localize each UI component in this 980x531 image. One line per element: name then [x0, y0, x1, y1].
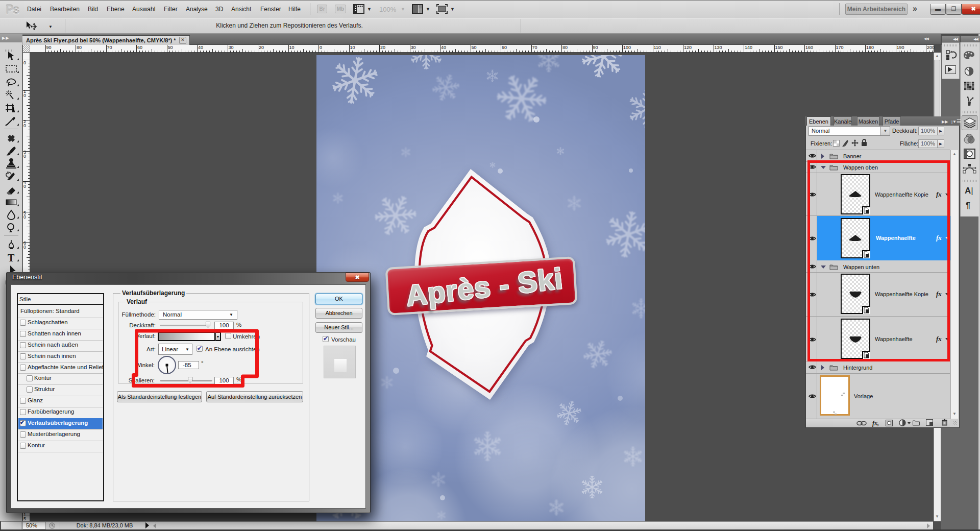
svg-text:T: T	[8, 252, 15, 263]
